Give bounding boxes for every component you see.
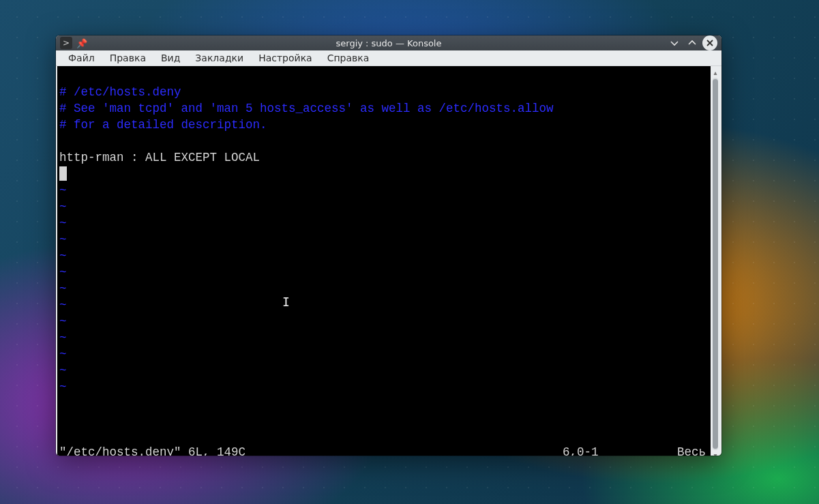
- menu-file[interactable]: Файл: [61, 50, 102, 65]
- vim-tilde-line: ~: [59, 249, 67, 263]
- vim-status-line: "/etc/hosts.deny" 6L, 149C 6,0-1 Весь: [59, 444, 709, 456]
- editor-comment-line: # for a detailed description.: [59, 118, 267, 132]
- vim-tilde-line: ~: [59, 364, 67, 377]
- app-icon: >: [60, 37, 72, 49]
- editor-comment-line: # /etc/hosts.deny: [59, 85, 181, 99]
- menu-edit[interactable]: Правка: [103, 50, 153, 65]
- desktop-background: > 📌 sergiy : sudo — Konsole: [0, 0, 819, 504]
- vim-tilde-line: ~: [59, 265, 67, 279]
- editor-comment-line: # See 'man tcpd' and 'man 5 hosts_access…: [59, 102, 554, 115]
- terminal-container: # /etc/hosts.deny # See 'man tcpd' and '…: [57, 66, 720, 456]
- mouse-text-cursor-icon: I: [282, 294, 290, 310]
- text-cursor: [59, 166, 67, 181]
- terminal-viewport[interactable]: # /etc/hosts.deny # See 'man tcpd' and '…: [57, 66, 711, 456]
- vim-tilde-line: ~: [59, 216, 67, 230]
- close-icon: [706, 39, 714, 47]
- status-file-info: "/etc/hosts.deny" 6L, 149C: [59, 444, 563, 456]
- chevron-down-icon: [670, 38, 679, 48]
- vim-tilde-line: ~: [59, 331, 67, 344]
- window-titlebar[interactable]: > 📌 sergiy : sudo — Konsole: [56, 35, 721, 50]
- vim-tilde-line: ~: [59, 233, 67, 246]
- status-scroll: Весь: [665, 444, 709, 456]
- menu-settings[interactable]: Настройка: [252, 50, 319, 65]
- vim-tilde-line: ~: [59, 282, 67, 295]
- vim-tilde-line: ~: [59, 200, 67, 213]
- minimize-button[interactable]: [667, 35, 682, 50]
- menu-help[interactable]: Справка: [321, 50, 376, 65]
- status-cursor-pos: 6,0-1: [563, 444, 665, 456]
- vim-tilde-line: ~: [59, 380, 67, 394]
- menu-view[interactable]: Вид: [154, 50, 187, 65]
- pin-icon[interactable]: 📌: [76, 38, 87, 48]
- menu-bookmarks[interactable]: Закладки: [188, 50, 250, 65]
- maximize-button[interactable]: [685, 35, 700, 50]
- vim-tilde-line: ~: [59, 347, 67, 361]
- vim-tilde-line: ~: [59, 298, 67, 312]
- terminal-scrollbar[interactable]: ▴ ▾: [711, 66, 720, 456]
- konsole-window: > 📌 sergiy : sudo — Konsole: [56, 35, 721, 456]
- menubar: Файл Правка Вид Закладки Настройка Справ…: [56, 50, 721, 66]
- scroll-thumb[interactable]: [713, 79, 718, 449]
- scroll-up-arrow-icon[interactable]: ▴: [713, 69, 717, 76]
- vim-tilde-line: ~: [59, 183, 67, 197]
- editor-content-line: http-rman : ALL EXCEPT LOCAL: [59, 151, 260, 164]
- window-title: sergiy : sudo — Konsole: [56, 38, 721, 48]
- vim-tilde-line: ~: [59, 314, 67, 328]
- close-button[interactable]: [702, 35, 717, 50]
- scroll-down-arrow-icon[interactable]: ▾: [713, 451, 717, 456]
- scroll-track[interactable]: [713, 78, 718, 450]
- chevron-up-icon: [687, 38, 697, 48]
